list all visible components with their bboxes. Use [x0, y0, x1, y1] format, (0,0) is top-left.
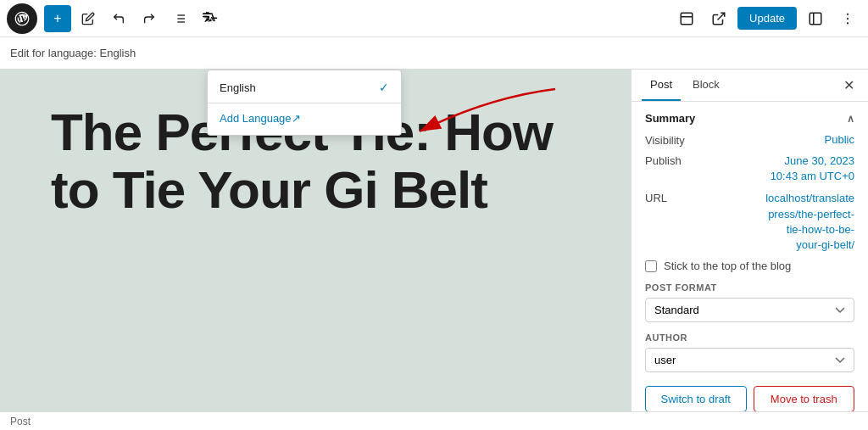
author-label: AUTHOR: [645, 332, 854, 343]
check-icon: ✓: [379, 81, 389, 94]
undo-icon: [112, 12, 125, 25]
external-link-icon: [711, 11, 726, 26]
preview-button[interactable]: [673, 5, 700, 32]
stick-to-top-checkbox[interactable]: [645, 260, 657, 272]
visibility-row: Visibility Public: [645, 133, 854, 147]
summary-chevron-icon: ∧: [847, 113, 854, 125]
sidebar-close-button[interactable]: ✕: [840, 74, 858, 97]
language-dropdown: English ✓ Add Language↗: [207, 70, 402, 136]
url-value[interactable]: localhost/translatepress/the-perfect-tie…: [704, 191, 854, 253]
list-view-button[interactable]: [166, 5, 193, 32]
svg-text:文A: 文A: [204, 16, 214, 22]
post-format-select[interactable]: Standard: [645, 298, 854, 322]
toolbar-right: Update: [673, 5, 861, 32]
language-bar: Edit for language: English: [0, 37, 868, 70]
sidebar-tabs: Post Block ✕: [632, 70, 868, 102]
svg-rect-7: [681, 13, 693, 25]
publish-row: Publish June 30, 202310:43 am UTC+0: [645, 154, 854, 184]
tab-block[interactable]: Block: [684, 70, 728, 101]
stick-to-top-label: Stick to the top of the blog: [664, 260, 791, 272]
pencil-tool-button[interactable]: [75, 5, 102, 32]
more-dots-icon: [840, 11, 855, 26]
visibility-label: Visibility: [645, 133, 704, 147]
svg-point-13: [847, 22, 849, 24]
add-block-button[interactable]: +: [44, 5, 71, 32]
update-button[interactable]: Update: [737, 7, 797, 30]
redo-icon: [142, 12, 156, 25]
publish-value[interactable]: June 30, 202310:43 am UTC+0: [704, 154, 854, 184]
publish-label: Publish: [645, 154, 704, 167]
svg-point-12: [847, 17, 849, 19]
wordpress-icon: [14, 10, 31, 27]
summary-section: Summary ∧ Visibility Public Publish June…: [632, 102, 868, 423]
summary-label: Summary: [645, 112, 695, 125]
summary-header: Summary ∧: [645, 112, 854, 125]
switch-to-draft-button[interactable]: Switch to draft: [645, 386, 747, 412]
wp-logo: [7, 3, 37, 34]
svg-point-11: [847, 13, 849, 14]
language-bar-text: Edit for language: English: [10, 47, 136, 59]
action-buttons: Switch to draft Move to trash: [645, 386, 854, 412]
svg-rect-9: [810, 13, 821, 25]
external-link-button[interactable]: [705, 5, 732, 32]
author-select[interactable]: user: [645, 348, 854, 372]
list-icon: [173, 12, 186, 25]
language-label: English: [220, 81, 256, 94]
tab-post[interactable]: Post: [642, 70, 681, 101]
stick-to-top-row: Stick to the top of the blog: [645, 260, 854, 272]
pencil-icon: [81, 12, 95, 25]
translate-button[interactable]: 文A: [197, 5, 224, 32]
language-option-english[interactable]: English ✓: [208, 74, 401, 101]
dropdown-divider: [208, 103, 401, 103]
right-sidebar: Post Block ✕ Summary ∧ Visibility Public…: [631, 70, 868, 430]
post-format-label: POST FORMAT: [645, 282, 854, 293]
status-bar: Post: [0, 411, 868, 430]
url-row: URL localhost/translatepress/the-perfect…: [645, 191, 854, 253]
move-to-trash-button[interactable]: Move to trash: [754, 386, 855, 412]
preview-icon: [679, 11, 694, 26]
main-toolbar: + 文A Update: [0, 0, 868, 37]
add-language-link[interactable]: Add Language↗: [208, 105, 401, 131]
url-label: URL: [645, 191, 704, 204]
main-layout: The Perfect Tie: How to Tie Your Gi Belt…: [0, 70, 868, 430]
settings-panel-button[interactable]: [802, 5, 829, 32]
more-options-button[interactable]: [834, 5, 861, 32]
status-text: Post: [10, 416, 31, 427]
redo-button[interactable]: [136, 5, 163, 32]
visibility-value[interactable]: Public: [704, 133, 854, 146]
settings-icon: [808, 11, 823, 26]
undo-button[interactable]: [105, 5, 132, 32]
svg-line-8: [718, 13, 725, 20]
translate-icon: 文A: [202, 10, 219, 27]
